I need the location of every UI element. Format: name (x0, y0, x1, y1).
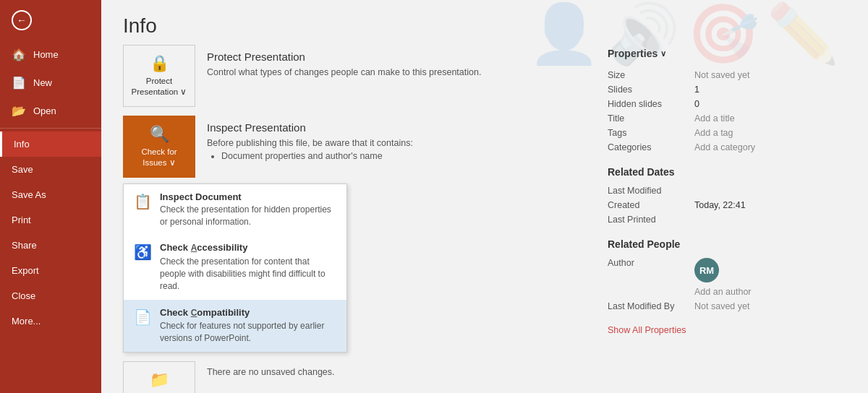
prop-row-categories: Categories Add a category (608, 140, 854, 155)
sidebar-item-close[interactable]: Close (0, 283, 101, 308)
sidebar-item-export[interactable]: Export (0, 258, 101, 283)
protect-presentation-button[interactable]: 🔒 ProtectPresentation ∨ (123, 45, 195, 107)
sidebar-item-label: Save (12, 164, 33, 175)
prop-label-title: Title (608, 111, 694, 126)
inspect-document-text: Inspect Document Check the presentation … (160, 191, 336, 228)
inspect-icon: 🔍 (150, 125, 169, 144)
manage-card-text: There are no unsaved changes. (195, 361, 579, 386)
sidebar-item-print[interactable]: Print (0, 207, 101, 233)
prop-label-size: Size (608, 68, 694, 82)
inspect-document-description: Check the presentation for hidden proper… (160, 204, 331, 227)
prop-value-title[interactable]: Add a title (694, 111, 854, 126)
new-icon: 📄 (12, 76, 26, 90)
date-label-created: Created (608, 198, 694, 212)
date-row-last-printed: Last Printed (608, 212, 854, 227)
check-accessibility-item[interactable]: ♿ Check Accessibility Check the presenta… (124, 235, 346, 299)
sidebar-item-label: Close (12, 290, 35, 301)
prop-row-tags: Tags Add a tag (608, 126, 854, 140)
sidebar-item-home[interactable]: 🏠 Home (0, 40, 101, 69)
prop-value-hidden-slides: 0 (694, 97, 854, 111)
prop-label-tags: Tags (608, 126, 694, 140)
dates-table: Last Modified Created Today, 22:41 Last … (608, 183, 854, 227)
date-row-created: Created Today, 22:41 (608, 198, 854, 212)
sidebar-item-label: Open (33, 105, 56, 116)
last-modified-by-label: Last Modified By (608, 299, 694, 314)
right-column: Properties ∨ Size Not saved yet Slides 1… (593, 45, 868, 393)
page-title: Info (101, 0, 868, 45)
manage-card: 📁 ManagePresentation ∨ There are no unsa… (123, 361, 579, 393)
check-compatibility-text: Check Compatibility Check for features n… (160, 307, 336, 345)
sidebar-item-new[interactable]: 📄 New (0, 69, 101, 97)
check-compatibility-description: Check for features not supported by earl… (160, 321, 324, 343)
left-column: 🔒 ProtectPresentation ∨ Protect Presenta… (123, 45, 593, 393)
manage-icon: 📁 (150, 371, 169, 389)
related-people-header: Related People (608, 238, 854, 250)
author-value: RM Add an author (694, 256, 854, 299)
date-row-last-modified: Last Modified (608, 183, 854, 198)
prop-value-categories[interactable]: Add a category (694, 140, 854, 155)
sidebar-item-label: Share (12, 240, 37, 251)
last-modified-by-value: Not saved yet (694, 299, 854, 314)
sidebar-item-label: Export (12, 265, 39, 276)
last-modified-by-row: Last Modified By Not saved yet (608, 299, 854, 314)
prop-label-slides: Slides (608, 82, 694, 97)
prop-row-title: Title Add a title (608, 111, 854, 126)
content-area: 🔒 ProtectPresentation ∨ Protect Presenta… (101, 45, 868, 393)
main-content: 👤 🔊 🎯 ✏️ Info 🔒 ProtectPresentation ∨ Pr… (101, 0, 868, 393)
sidebar-item-save[interactable]: Save (0, 157, 101, 182)
sidebar: ← 🏠 Home 📄 New 📂 Open Info Save Save As … (0, 0, 101, 393)
properties-table: Size Not saved yet Slides 1 Hidden slide… (608, 68, 854, 155)
prop-label-categories: Categories (608, 140, 694, 155)
inspect-document-icon: 📋 (134, 193, 151, 210)
protect-card-text: Protect Presentation Control what types … (195, 45, 579, 86)
related-dates-header: Related Dates (608, 166, 854, 178)
sidebar-item-label: Save As (12, 189, 46, 200)
properties-header[interactable]: Properties ∨ (608, 45, 854, 59)
home-icon: 🏠 (12, 48, 26, 61)
prop-value-tags[interactable]: Add a tag (694, 126, 854, 140)
check-compatibility-icon: 📄 (134, 308, 151, 326)
check-accessibility-icon: ♿ (134, 243, 151, 261)
sidebar-item-save-as[interactable]: Save As (0, 182, 101, 207)
sidebar-item-label: More... (12, 316, 41, 327)
author-label: Author (608, 256, 694, 299)
sidebar-item-label: New (33, 77, 52, 88)
manage-presentation-button[interactable]: 📁 ManagePresentation ∨ (123, 361, 195, 393)
check-issues-button-label: Check forIssues ∨ (141, 147, 176, 168)
date-label-last-printed: Last Printed (608, 212, 694, 227)
sidebar-item-share[interactable]: Share (0, 233, 101, 258)
prop-value-size: Not saved yet (694, 68, 854, 82)
properties-title: Properties (608, 48, 658, 59)
inspect-card-list: Document properties and author's name (221, 151, 567, 161)
people-table: Author RM Add an author Last Modified By… (608, 256, 854, 314)
check-for-issues-button[interactable]: 🔍 Check forIssues ∨ (123, 116, 195, 178)
prop-row-slides: Slides 1 (608, 82, 854, 97)
protect-card: 🔒 ProtectPresentation ∨ Protect Presenta… (123, 45, 579, 107)
protect-card-title: Protect Presentation (207, 51, 567, 63)
check-accessibility-description: Check the presentation for content that … (160, 256, 326, 291)
sidebar-item-label: Info (14, 139, 30, 150)
check-accessibility-text: Check Accessibility Check the presentati… (160, 242, 336, 292)
author-row-container: Author RM Add an author (608, 256, 854, 299)
lock-icon: 🔒 (150, 54, 169, 73)
inspect-card-title: Inspect Presentation (207, 121, 567, 134)
back-button[interactable]: ← (0, 0, 101, 40)
show-all-properties-link[interactable]: Show All Properties (608, 325, 854, 335)
inspect-card-text: Inspect Presentation Before publishing t… (195, 116, 579, 167)
inspect-document-item[interactable]: 📋 Inspect Document Check the presentatio… (124, 184, 346, 236)
sidebar-item-open[interactable]: 📂 Open (0, 97, 101, 125)
check-compatibility-title: Check Compatibility (160, 307, 336, 319)
add-author-link[interactable]: Add an author (694, 287, 854, 297)
protect-card-description: Control what types of changes people can… (207, 67, 567, 77)
date-label-last-modified: Last Modified (608, 183, 694, 198)
inspect-card: 🔍 Check forIssues ∨ Inspect Presentation… (123, 116, 579, 178)
inspect-document-title: Inspect Document (160, 191, 336, 202)
sidebar-item-info[interactable]: Info (0, 131, 101, 157)
sidebar-item-more[interactable]: More... (0, 308, 101, 334)
sidebar-item-label: Home (33, 49, 59, 60)
check-issues-dropdown: 📋 Inspect Document Check the presentatio… (123, 183, 347, 353)
back-circle-icon: ← (12, 10, 32, 30)
check-compatibility-item[interactable]: 📄 Check Compatibility Check for features… (124, 300, 346, 352)
inspect-list-item: Document properties and author's name (221, 151, 567, 161)
prop-row-hidden-slides: Hidden slides 0 (608, 97, 854, 111)
